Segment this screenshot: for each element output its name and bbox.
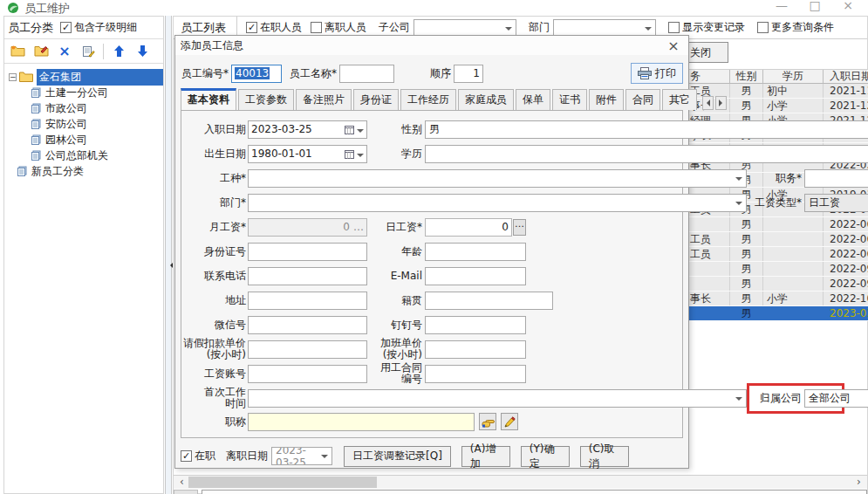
tree-root-label[interactable]: 金石集团 [37, 69, 163, 86]
company-select[interactable]: 全部公司 [804, 389, 868, 408]
dialog-tab[interactable]: 附件 [589, 89, 624, 110]
move-down-icon[interactable] [133, 43, 151, 60]
table-row[interactable]: 男 2022-09 [688, 277, 868, 292]
tree-child-item[interactable]: 市政公司 [4, 100, 163, 116]
emp-name-input[interactable] [339, 65, 394, 83]
address-input[interactable] [248, 292, 367, 310]
chevron-down-icon[interactable] [645, 27, 652, 34]
table-cell[interactable]: 小学 [763, 99, 824, 113]
table-cell[interactable]: 2022-06 [824, 232, 868, 246]
dingtalk-input[interactable] [425, 316, 526, 334]
checkbox-checked-icon[interactable] [60, 22, 72, 33]
table-cell[interactable]: 2021-11 [824, 84, 868, 98]
delete-icon[interactable]: × [56, 43, 73, 60]
table-cell[interactable]: 2022-10 [824, 292, 868, 305]
table-cell[interactable]: 工员 [688, 232, 730, 246]
table-row[interactable]: 工员 男 2022-06 [688, 232, 868, 247]
scroll-right-icon[interactable]: › [852, 476, 865, 489]
table-cell[interactable]: 男 [730, 99, 763, 113]
show-change-checkbox[interactable]: 显示变更记录 [668, 20, 745, 35]
chevron-down-icon[interactable] [357, 154, 364, 161]
chevron-down-icon[interactable] [735, 397, 742, 404]
maximize-button[interactable]: □ [800, 0, 830, 12]
checkbox-unchecked-icon[interactable] [757, 22, 769, 33]
horizontal-scrollbar[interactable]: ‹ › [174, 475, 867, 489]
checkbox-unchecked-icon[interactable] [668, 22, 680, 33]
table-cell[interactable] [763, 306, 824, 320]
scrollbar-thumb[interactable] [188, 477, 377, 488]
overtime-price-input[interactable] [425, 340, 526, 359]
minimize-button[interactable]: — [767, 0, 796, 12]
table-cell[interactable]: 2021-12 [824, 99, 868, 113]
column-header-gender[interactable]: 性别 [730, 70, 763, 83]
table-cell[interactable]: 男 [730, 277, 763, 291]
work-type-select[interactable] [248, 169, 747, 188]
tree-extra-label[interactable]: 新员工分类 [31, 164, 84, 179]
table-cell[interactable]: 2022-06 [824, 247, 868, 261]
chevron-down-icon[interactable] [735, 202, 742, 209]
print-button[interactable]: 打印 [631, 63, 683, 84]
collapse-icon[interactable]: − [9, 73, 17, 81]
more-filter-checkbox[interactable]: 更多查询条件 [757, 20, 834, 35]
tree-child-label[interactable]: 园林公司 [45, 133, 87, 148]
dialog-tab[interactable]: 工资参数 [238, 89, 294, 110]
table-cell[interactable]: 2023-03 [824, 306, 868, 320]
wechat-input[interactable] [248, 316, 367, 334]
native-place-input[interactable] [425, 292, 553, 310]
table-cell[interactable]: 男 [730, 306, 763, 320]
table-cell[interactable] [688, 277, 730, 291]
email-input[interactable] [425, 267, 526, 285]
tree-extra-item[interactable]: 新员工分类 [4, 163, 163, 179]
column-header-hire-date[interactable]: 入职日期 [824, 70, 868, 83]
job-title-input[interactable] [248, 413, 475, 431]
checkbox-unchecked-icon[interactable] [311, 22, 322, 33]
cancel-button[interactable]: (C)取消 [580, 446, 629, 467]
table-cell[interactable]: 男 [730, 292, 763, 305]
phone-input[interactable] [248, 267, 367, 285]
first-work-select[interactable] [248, 389, 747, 408]
chevron-down-icon[interactable] [357, 129, 364, 136]
dialog-tab[interactable]: 备注照片 [296, 89, 352, 110]
salary-type-select[interactable]: 日工资 [804, 194, 868, 212]
ok-button[interactable]: (Y)确定 [521, 446, 570, 467]
tree-child-item[interactable]: 安防公司 [4, 116, 163, 132]
order-input[interactable] [454, 65, 483, 83]
table-cell[interactable]: 男 [730, 84, 763, 98]
tree-root-item[interactable]: − 金石集团 [4, 69, 163, 85]
add-button[interactable]: (A)增加 [461, 446, 510, 467]
chevron-down-icon[interactable] [735, 177, 742, 184]
table-cell[interactable]: 男 [730, 232, 763, 246]
active-checkbox[interactable]: 在职 [181, 449, 215, 463]
daily-salary-more-button[interactable]: … [513, 219, 526, 236]
table-cell[interactable] [763, 277, 824, 291]
dialog-tab[interactable]: 身份证 [353, 89, 399, 110]
table-cell[interactable] [763, 217, 824, 231]
subsidiary-select[interactable] [413, 19, 516, 37]
table-cell[interactable] [688, 306, 730, 320]
dialog-tab[interactable]: 证书 [552, 89, 587, 110]
table-row[interactable]: 工员 男 2022-06 [688, 247, 868, 262]
table-row[interactable]: 男 2022-09 [688, 262, 868, 277]
table-cell[interactable] [688, 262, 730, 276]
active-employees-checkbox[interactable]: 在职人员 [246, 20, 302, 35]
close-button[interactable]: × [833, 0, 863, 12]
table-cell[interactable]: 男 [730, 217, 763, 231]
dialog-tab[interactable]: 合同 [625, 89, 660, 110]
panel-splitter[interactable] [165, 16, 172, 494]
hand-select-button[interactable] [479, 413, 496, 430]
table-cell[interactable]: 男 [730, 262, 763, 276]
dialog-tab[interactable]: 基本资料 [181, 88, 236, 110]
table-cell[interactable] [763, 262, 824, 276]
rename-document-icon[interactable] [79, 43, 97, 60]
table-cell[interactable]: 2022-09 [824, 277, 868, 291]
table-cell[interactable] [763, 247, 824, 261]
leave-price-input[interactable] [248, 340, 367, 359]
edit-folder-icon[interactable] [32, 43, 50, 60]
table-cell[interactable]: 2022-06 [824, 217, 868, 231]
tree-child-label[interactable]: 公司总部机关 [45, 148, 108, 163]
education-select[interactable] [425, 145, 868, 163]
checkbox-checked-icon[interactable] [246, 22, 257, 33]
table-row[interactable]: 男 2023-03 [688, 306, 868, 321]
include-children-checkbox[interactable]: 包含子级明细 [60, 20, 137, 35]
gender-select[interactable]: 男 [425, 120, 868, 139]
